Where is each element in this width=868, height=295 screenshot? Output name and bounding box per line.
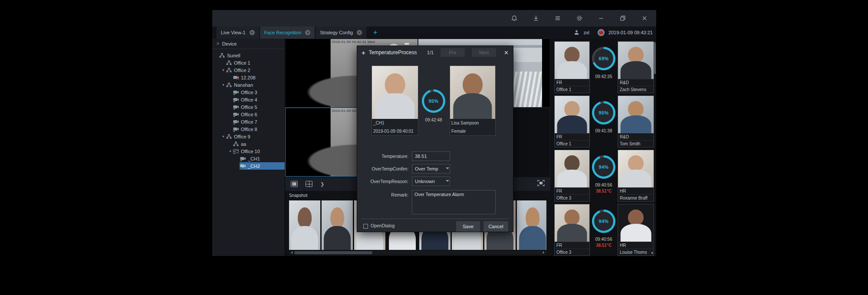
minimize-icon[interactable]	[597, 14, 605, 22]
menu-icon[interactable]	[554, 14, 562, 22]
scroll-right-icon[interactable]	[543, 251, 546, 254]
tree-item-aa[interactable]: aa	[212, 140, 285, 148]
expand-arrow-icon[interactable]: ▾	[221, 134, 226, 138]
tree-item-12-208[interactable]: ✕12.208	[212, 74, 285, 81]
tree-item-office-7[interactable]: Office 7	[212, 118, 285, 125]
tab-strategy-config[interactable]: Strategy Config ×	[316, 26, 366, 39]
tree-item-office-4[interactable]: Office 4	[212, 96, 285, 103]
match-card[interactable]: HR Roxanne Braff	[618, 150, 654, 202]
camera-icon	[233, 97, 239, 102]
tree-item-office-6[interactable]: Office 6	[212, 111, 285, 118]
single-view-icon[interactable]	[291, 181, 298, 187]
match-card[interactable]: HR Louise Thoms	[618, 204, 654, 256]
site-icon	[226, 68, 232, 73]
tab-close-icon[interactable]: ×	[305, 30, 310, 35]
save-button[interactable]: Save	[456, 221, 480, 232]
match-name: Roxanne Braff	[618, 194, 654, 201]
fullscreen-icon[interactable]	[537, 180, 545, 188]
snapshot-thumb[interactable]	[517, 200, 546, 250]
capture-card[interactable]: FR Office 1	[554, 41, 590, 93]
tree-item-sunell[interactable]: Sunell	[212, 52, 285, 59]
capture-card[interactable]: FR Office 3	[554, 150, 590, 202]
download-icon[interactable]	[532, 14, 540, 22]
gear-icon[interactable]	[575, 14, 583, 22]
site-icon	[226, 134, 232, 139]
over-temp-confirm-select[interactable]: Over Temp	[412, 164, 450, 174]
layout-more-icon[interactable]: ❯	[320, 181, 324, 187]
alarm-count-badge[interactable]: 66	[598, 29, 605, 36]
tree-item-ch1[interactable]: _CH1	[212, 155, 285, 162]
snapshot-thumb[interactable]	[322, 200, 353, 250]
temperature-input[interactable]: 38.51	[412, 151, 450, 161]
scroll-more-icon[interactable]: ▾	[651, 251, 653, 255]
capture-channel: _CH1	[372, 119, 418, 127]
remark-textarea[interactable]: Over Temperature Alarm	[412, 190, 496, 214]
tree-label: Office 2	[234, 68, 250, 73]
tab-face-recognition[interactable]: Face Recognition ×	[260, 26, 315, 39]
bell-icon[interactable]	[510, 14, 518, 22]
tree-item-office-10[interactable]: ▾Office 10	[212, 148, 285, 155]
matched-face-image	[618, 42, 654, 79]
tree-item-ch2[interactable]: _CH2	[212, 162, 285, 170]
tab-close-icon[interactable]: ×	[250, 30, 255, 35]
next-button[interactable]: Next	[472, 48, 496, 57]
match-dept: HR	[618, 242, 654, 249]
matched-person-card: Lisa Sampson Female	[450, 66, 496, 136]
over-temp-reason-select[interactable]: Unknown	[412, 177, 450, 186]
cancel-button[interactable]: Cancel	[483, 221, 508, 232]
chevron-down-icon	[446, 167, 449, 171]
tree-item-office-9[interactable]: ▾Office 9	[212, 133, 285, 140]
dialog-close-icon[interactable]: ✕	[504, 49, 509, 56]
site-icon	[226, 82, 232, 88]
panel-scrollbar-thumb[interactable]	[654, 42, 656, 74]
open-dialog-checkbox[interactable]	[363, 224, 368, 229]
restore-icon[interactable]	[619, 14, 627, 22]
capture-time: 09:42:35	[595, 74, 612, 79]
capture-snapshot-image	[372, 66, 418, 119]
capture-card[interactable]: FR Office 3	[554, 204, 590, 256]
tab-live-view[interactable]: Live View-1 ×	[217, 26, 259, 39]
tree-item-office-3[interactable]: Office 3	[212, 88, 285, 96]
capture-time: 09:41:38	[595, 128, 612, 133]
tree-label: _CH1	[248, 156, 260, 161]
similarity-ring: 95%	[592, 101, 615, 125]
capture-time: 09:40:56	[595, 237, 612, 242]
expand-arrow-icon[interactable]: ▾	[228, 149, 233, 153]
recognition-results-panel: FR Office 1 69% 09:42:35 R&D Zach Steven…	[550, 39, 656, 256]
snapshot-scrollbar[interactable]	[289, 251, 546, 255]
captured-face-image	[555, 150, 589, 187]
tree-item-office-2[interactable]: ▾Office 2	[212, 66, 285, 74]
tree-item-nanshan[interactable]: ▾Nanshan	[212, 81, 285, 88]
tree-label: Office 10	[241, 149, 260, 154]
close-icon[interactable]	[641, 14, 648, 22]
match-name: Tom Smith	[618, 140, 654, 147]
user-icon	[574, 30, 579, 36]
tab-close-icon[interactable]: ×	[357, 30, 362, 35]
expand-arrow-icon[interactable]: ▾	[221, 68, 226, 72]
tree-item-office-1[interactable]: Office 1	[212, 59, 285, 66]
scrollbar-thumb[interactable]	[294, 251, 372, 254]
scroll-left-icon[interactable]	[290, 251, 293, 254]
expand-arrow-icon[interactable]: ▾	[221, 83, 226, 87]
snapshot-thumb[interactable]	[289, 200, 320, 250]
similarity-value: 95%	[594, 103, 613, 122]
similarity-value: 94%	[594, 157, 613, 177]
capture-location: Office 1	[555, 140, 589, 147]
matched-face-image	[618, 96, 654, 133]
result-row: FR Office 3 94% 09:40:56 38.51°C HR Loui…	[554, 204, 654, 256]
device-panel-header[interactable]: > Device	[212, 39, 285, 49]
tree-item-office-5[interactable]: Office 5	[212, 103, 285, 111]
dialog-divider	[362, 219, 509, 219]
camera-icon	[233, 112, 239, 117]
grid-view-icon[interactable]	[306, 181, 312, 187]
tree-label: Office 6	[241, 112, 257, 117]
similarity-ring: 94%	[592, 155, 615, 179]
capture-card[interactable]: FR Office 1	[554, 95, 590, 148]
username: zxl	[583, 30, 589, 35]
tree-item-office-8[interactable]: Office 8	[212, 125, 285, 133]
capture-time: 09:40:56	[595, 183, 612, 187]
match-card[interactable]: R&D Zach Stevens	[618, 41, 654, 93]
pre-button[interactable]: Pre	[441, 48, 465, 57]
new-tab-button[interactable]: +	[373, 29, 377, 36]
match-card[interactable]: R&D Tom Smith	[618, 95, 654, 148]
